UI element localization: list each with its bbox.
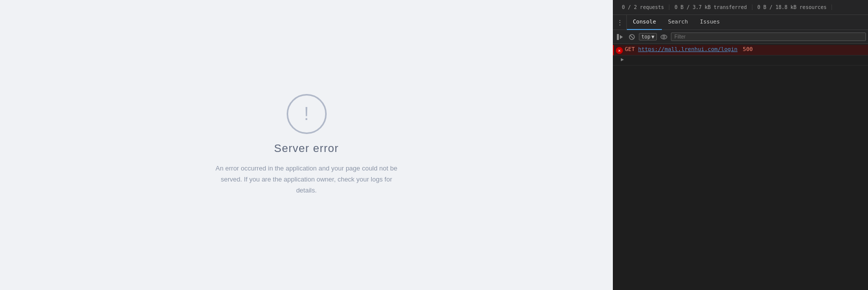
tab-issues[interactable]: Issues [694, 15, 726, 30]
error-container: ! Server error An error occurred in the … [212, 94, 402, 196]
network-requests-stat: 0 / 2 requests [617, 4, 669, 10]
main-page: ! Server error An error occurred in the … [0, 0, 613, 290]
svg-line-3 [630, 36, 633, 38]
context-selector[interactable]: top ▼ [639, 33, 657, 40]
execute-button[interactable] [615, 32, 625, 42]
console-error-row[interactable]: ✕ GET https://mall.lrenhui.com/login 500 [613, 45, 868, 56]
tab-console[interactable]: Console [627, 15, 662, 30]
error-title: Server error [274, 142, 339, 155]
svg-point-5 [663, 36, 665, 38]
network-transferred-stat: 0 B / 3.7 kB transferred [669, 4, 752, 10]
network-bar: 0 / 2 requests 0 B / 3.7 kB transferred … [613, 0, 868, 15]
console-expand-row[interactable]: ▶ [613, 56, 868, 66]
console-error-text: GET https://mall.lrenhui.com/login 500 [625, 46, 866, 52]
svg-marker-1 [620, 35, 623, 39]
network-resources-stat: 0 B / 18.8 kB resources [752, 4, 832, 10]
tab-search[interactable]: Search [662, 15, 694, 30]
console-filter-input[interactable] [671, 32, 866, 41]
expand-arrow-icon: ▶ [621, 56, 627, 62]
error-url-link[interactable]: https://mall.lrenhui.com/login [638, 46, 738, 52]
show-live-expressions-button[interactable] [659, 32, 669, 42]
svg-rect-0 [617, 34, 619, 40]
devtools-more-button[interactable]: ⋮ [613, 15, 627, 30]
console-content: ✕ GET https://mall.lrenhui.com/login 500… [613, 44, 868, 290]
error-icon: ! [287, 94, 327, 134]
svg-point-4 [661, 35, 667, 39]
http-method-label: GET [625, 46, 638, 52]
clear-console-button[interactable] [627, 32, 637, 42]
devtools-panel: 0 / 2 requests 0 B / 3.7 kB transferred … [613, 0, 868, 290]
error-message: An error occurred in the application and… [212, 163, 402, 196]
http-status-code: 500 [743, 46, 753, 52]
console-filterbar: top ▼ [613, 30, 868, 44]
error-indicator-icon: ✕ [616, 47, 623, 54]
console-toolbar: ⋮ Console Search Issues [613, 15, 868, 30]
